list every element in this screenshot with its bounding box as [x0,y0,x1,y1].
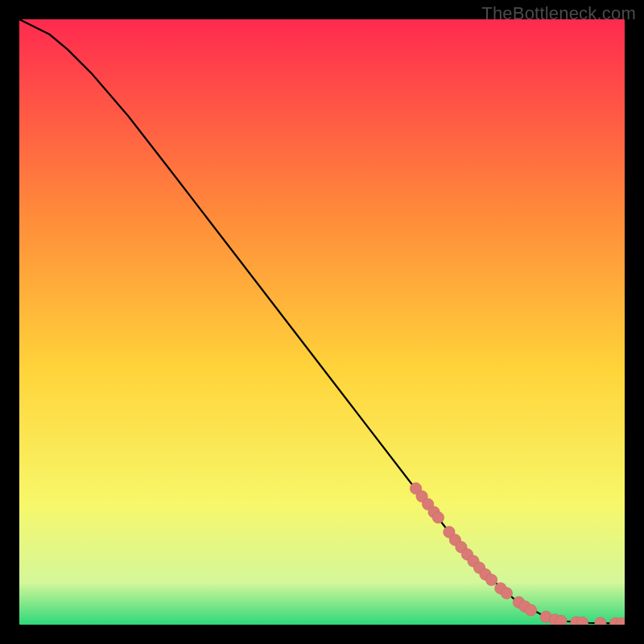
data-marker [432,512,444,523]
chart-frame: TheBottleneck.com [0,0,644,644]
watermark-text: TheBottleneck.com [481,3,636,24]
data-marker [555,615,567,625]
gradient-background [19,19,625,625]
chart-svg [19,19,625,625]
data-marker [485,574,497,585]
data-marker [525,605,536,616]
plot-area [19,19,625,625]
data-marker [501,588,512,599]
